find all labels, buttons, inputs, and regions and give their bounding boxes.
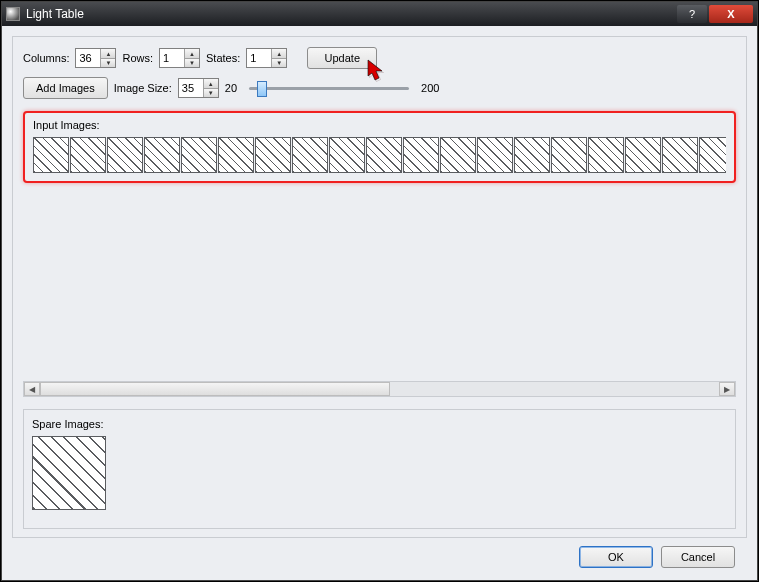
input-image-cell[interactable] xyxy=(255,137,291,173)
columns-input[interactable] xyxy=(76,49,100,67)
config-row: Columns: ▲ ▼ Rows: ▲ ▼ States: xyxy=(23,47,736,69)
input-image-cell[interactable] xyxy=(107,137,143,173)
rows-spinner[interactable]: ▲ ▼ xyxy=(159,48,200,68)
input-images-group: Input Images: xyxy=(23,111,736,183)
input-image-cell[interactable] xyxy=(514,137,550,173)
app-icon xyxy=(6,7,20,21)
titlebar: Light Table ? X xyxy=(2,2,757,26)
add-images-button[interactable]: Add Images xyxy=(23,77,108,99)
help-button[interactable]: ? xyxy=(677,5,707,23)
image-size-row: Add Images Image Size: ▲ ▼ 20 200 xyxy=(23,77,736,99)
input-image-cell[interactable] xyxy=(403,137,439,173)
states-spinner[interactable]: ▲ ▼ xyxy=(246,48,287,68)
cancel-button[interactable]: Cancel xyxy=(661,546,735,568)
input-image-cell[interactable] xyxy=(625,137,661,173)
spinner-down-icon[interactable]: ▼ xyxy=(204,88,218,97)
input-image-cell[interactable] xyxy=(70,137,106,173)
input-images-row[interactable] xyxy=(33,137,726,173)
input-image-cell[interactable] xyxy=(292,137,328,173)
slider-min-label: 20 xyxy=(225,82,237,94)
input-canvas[interactable] xyxy=(23,191,736,381)
spinner-up-icon[interactable]: ▲ xyxy=(272,49,286,58)
image-size-label: Image Size: xyxy=(114,82,172,94)
spinner-up-icon[interactable]: ▲ xyxy=(185,49,199,58)
spinner-up-icon[interactable]: ▲ xyxy=(204,79,218,88)
columns-spinner[interactable]: ▲ ▼ xyxy=(75,48,116,68)
input-image-cell[interactable] xyxy=(33,137,69,173)
spare-images-row[interactable] xyxy=(32,436,727,510)
states-label: States: xyxy=(206,52,240,64)
input-image-cell[interactable] xyxy=(329,137,365,173)
input-image-cell[interactable] xyxy=(440,137,476,173)
columns-label: Columns: xyxy=(23,52,69,64)
input-image-cell[interactable] xyxy=(218,137,254,173)
scroll-right-icon[interactable]: ▶ xyxy=(719,382,735,396)
spinner-down-icon[interactable]: ▼ xyxy=(101,58,115,67)
spinner-up-icon[interactable]: ▲ xyxy=(101,49,115,58)
input-image-cell[interactable] xyxy=(181,137,217,173)
spinner-down-icon[interactable]: ▼ xyxy=(185,58,199,67)
input-image-cell[interactable] xyxy=(699,137,726,173)
input-image-cell[interactable] xyxy=(551,137,587,173)
horizontal-scrollbar[interactable]: ◀ ▶ xyxy=(23,381,736,397)
scroll-left-icon[interactable]: ◀ xyxy=(24,382,40,396)
slider-max-label: 200 xyxy=(421,82,439,94)
input-canvas-area: ◀ ▶ xyxy=(23,191,736,397)
image-size-spinner[interactable]: ▲ ▼ xyxy=(178,78,219,98)
ok-button[interactable]: OK xyxy=(579,546,653,568)
update-button[interactable]: Update xyxy=(307,47,377,69)
spinner-down-icon[interactable]: ▼ xyxy=(272,58,286,67)
close-button[interactable]: X xyxy=(709,5,753,23)
states-input[interactable] xyxy=(247,49,271,67)
input-images-label: Input Images: xyxy=(33,119,726,131)
spare-image-cell[interactable] xyxy=(32,436,106,510)
input-image-cell[interactable] xyxy=(477,137,513,173)
client-area: Columns: ▲ ▼ Rows: ▲ ▼ States: xyxy=(2,26,757,580)
main-panel: Columns: ▲ ▼ Rows: ▲ ▼ States: xyxy=(12,36,747,538)
spare-images-group: Spare Images: xyxy=(23,409,736,529)
image-size-input[interactable] xyxy=(179,79,203,97)
input-image-cell[interactable] xyxy=(662,137,698,173)
dialog-window: Light Table ? X Columns: ▲ ▼ Rows: xyxy=(1,1,758,581)
spare-images-label: Spare Images: xyxy=(32,418,727,430)
rows-label: Rows: xyxy=(122,52,153,64)
input-image-cell[interactable] xyxy=(588,137,624,173)
rows-input[interactable] xyxy=(160,49,184,67)
slider-thumb[interactable] xyxy=(257,81,267,97)
input-image-cell[interactable] xyxy=(144,137,180,173)
dialog-footer: OK Cancel xyxy=(12,538,747,572)
input-image-cell[interactable] xyxy=(366,137,402,173)
scroll-track[interactable] xyxy=(40,382,719,396)
window-title: Light Table xyxy=(26,7,675,21)
scroll-thumb[interactable] xyxy=(40,382,390,396)
image-size-slider[interactable] xyxy=(249,79,409,97)
slider-track xyxy=(249,87,409,90)
